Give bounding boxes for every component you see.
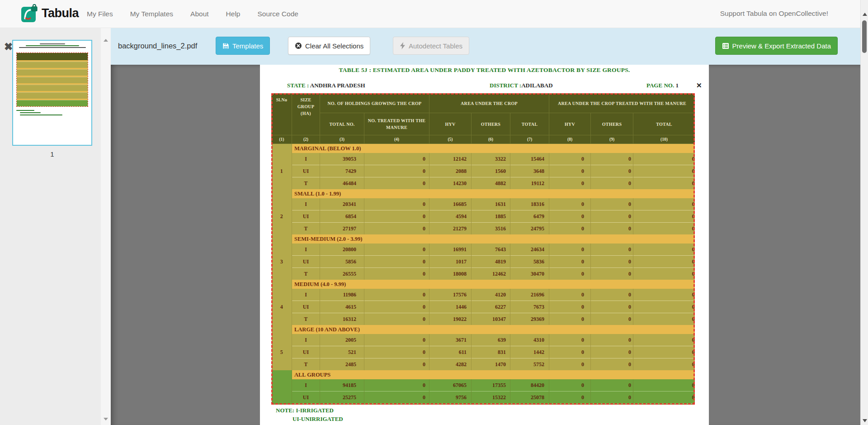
preview-export-button[interactable]: Preview & Export Extracted Data bbox=[715, 37, 838, 55]
table-body: MARGINAL (BELOW 1.0)1I390530121423322154… bbox=[272, 144, 695, 405]
table-cell: 0 bbox=[633, 198, 695, 210]
table-cell: 0 bbox=[633, 268, 695, 280]
table-cell: 39053 bbox=[320, 153, 364, 165]
table-cell: T bbox=[292, 404, 320, 405]
pdf-page[interactable]: TABLE 5J : ESTIMATED AREA UNDER PADDY TR… bbox=[260, 65, 709, 425]
document-filename: background_lines_2.pdf bbox=[118, 42, 197, 50]
table-cell: I bbox=[292, 153, 320, 165]
table-cell: 21696 bbox=[510, 289, 549, 301]
flash-icon bbox=[400, 42, 406, 49]
table-cell: 0 bbox=[591, 289, 633, 301]
scroll-up-icon[interactable] bbox=[104, 39, 108, 42]
table-cell: 611 bbox=[429, 346, 472, 358]
table-cell: 119033 bbox=[320, 404, 364, 405]
pdf-viewer: TABLE 5J : ESTIMATED AREA UNDER PADDY TR… bbox=[111, 65, 868, 425]
thumbnail-table-preview bbox=[16, 53, 88, 107]
table-cell: 0 bbox=[633, 392, 695, 404]
group-band: ALL GROUPS bbox=[292, 370, 695, 379]
column-number-cell: (5) bbox=[429, 135, 472, 144]
table-cell: UI bbox=[292, 392, 320, 404]
sl-no-cell: 3 bbox=[272, 244, 292, 280]
nav-item-my-files[interactable]: My Files bbox=[87, 10, 113, 18]
table-cell: 4310 bbox=[510, 334, 549, 346]
table-cell: 0 bbox=[633, 153, 695, 165]
table-cell: 20341 bbox=[320, 198, 364, 210]
note-line-2: UI-UNIRRIGATED bbox=[292, 415, 343, 424]
table-header-cell: TOTAL bbox=[510, 113, 549, 135]
table-cell: 0 bbox=[633, 223, 695, 235]
nav-item-help[interactable]: Help bbox=[226, 10, 241, 18]
table-cell: 0 bbox=[633, 289, 695, 301]
table-header-cell: OTHERS bbox=[472, 113, 510, 135]
table-cell: 0 bbox=[591, 358, 633, 371]
table-cell: 9756 bbox=[429, 392, 472, 404]
scroll-down-icon[interactable] bbox=[863, 419, 867, 422]
table-cell: 0 bbox=[549, 244, 591, 256]
sl-no-cell bbox=[272, 379, 292, 405]
scrollbar-thumb[interactable] bbox=[862, 20, 867, 53]
page-thumbnail[interactable] bbox=[12, 40, 92, 146]
nav-item-my-templates[interactable]: My Templates bbox=[130, 10, 173, 18]
table-cell: 0 bbox=[591, 210, 633, 223]
table-cell: 0 bbox=[591, 392, 633, 404]
export-table-icon bbox=[722, 43, 729, 49]
table-cell: 6479 bbox=[510, 210, 549, 223]
templates-button[interactable]: Templates bbox=[216, 37, 270, 55]
table-cell: 0 bbox=[364, 223, 429, 235]
table-cell: 0 bbox=[633, 165, 695, 177]
clear-all-selections-button[interactable]: Clear All Selections bbox=[288, 37, 370, 55]
save-icon bbox=[222, 43, 229, 49]
table-cell: 0 bbox=[364, 358, 429, 371]
table-cell: 7429 bbox=[320, 165, 364, 177]
autodetect-tables-button[interactable]: Autodetect Tables bbox=[393, 37, 469, 55]
table-cell: 17576 bbox=[429, 289, 472, 301]
table-cell: 3322 bbox=[472, 153, 510, 165]
table-cell: 0 bbox=[364, 177, 429, 190]
table-cell: 0 bbox=[549, 334, 591, 346]
table-cell: 0 bbox=[591, 346, 633, 358]
document-table-title: TABLE 5J : ESTIMATED AREA UNDER PADDY TR… bbox=[260, 67, 709, 74]
table-cell: 0 bbox=[633, 346, 695, 358]
table-cell: 4120 bbox=[472, 289, 510, 301]
column-number-cell: (7) bbox=[510, 135, 549, 144]
table-cell: 0 bbox=[591, 256, 633, 268]
table-cell: 0 bbox=[633, 244, 695, 256]
table-cell: 0 bbox=[549, 268, 591, 280]
scroll-down-icon[interactable] bbox=[104, 418, 108, 420]
remove-page-button[interactable]: ✖ bbox=[4, 42, 13, 52]
table-cell: I bbox=[292, 244, 320, 256]
table-cell: 0 bbox=[633, 301, 695, 313]
table-cell: 0 bbox=[549, 289, 591, 301]
nav-item-about[interactable]: About bbox=[190, 10, 209, 18]
table-header: Sl.NoSIZE GROUP (HA)NO. OF HOLDINGS GROW… bbox=[272, 94, 695, 144]
table-cell: 4615 bbox=[320, 301, 364, 313]
scroll-up-icon[interactable] bbox=[863, 13, 867, 16]
table-cell: 1560 bbox=[472, 165, 510, 177]
table-cell: 0 bbox=[364, 334, 429, 346]
table-cell: 639 bbox=[472, 334, 510, 346]
column-number-cell: (1) bbox=[272, 135, 292, 144]
selection-close-icon[interactable]: ✕ bbox=[696, 81, 702, 90]
table-cell: 0 bbox=[364, 289, 429, 301]
group-band: MEDIUM (4.0 - 9.99) bbox=[292, 280, 695, 289]
window-scrollbar[interactable] bbox=[860, 0, 868, 425]
nav-item-source-code[interactable]: Source Code bbox=[257, 10, 298, 18]
table-cell: 4882 bbox=[472, 177, 510, 190]
remove-circle-icon bbox=[295, 42, 302, 49]
table-cell: 1446 bbox=[429, 301, 472, 313]
table-header-cell: OTHERS bbox=[591, 113, 633, 135]
table-cell: 15322 bbox=[472, 392, 510, 404]
column-number-cell: (9) bbox=[591, 135, 633, 144]
table-cell: 831 bbox=[472, 346, 510, 358]
table-cell: 4282 bbox=[429, 358, 472, 371]
table-cell: 0 bbox=[591, 379, 633, 392]
table-cell: UI bbox=[292, 165, 320, 177]
document-notes: NOTE: I-IRRIGATED UI-UNIRRIGATED bbox=[276, 406, 343, 424]
table-cell: 16685 bbox=[429, 198, 472, 210]
table-cell: 109498 bbox=[510, 404, 549, 405]
table-cell: 0 bbox=[633, 177, 695, 190]
table-cell: T bbox=[292, 313, 320, 325]
document-table: Sl.NoSIZE GROUP (HA)NO. OF HOLDINGS GROW… bbox=[271, 93, 695, 405]
support-link[interactable]: Support Tabula on OpenCollective! bbox=[720, 10, 828, 18]
sidebar-scrollbar[interactable] bbox=[101, 28, 111, 425]
